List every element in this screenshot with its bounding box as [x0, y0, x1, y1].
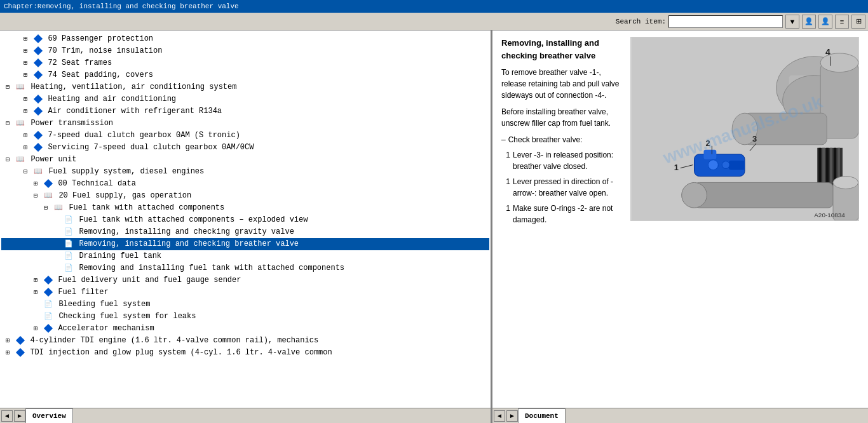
tree-item-exploded[interactable]: 📄 Fuel tank with attached components – e…	[1, 214, 489, 226]
expander-gearbox1[interactable]: ⊞	[22, 130, 29, 142]
tree-item-heating[interactable]: ⊞ Heating and air conditioning	[1, 93, 489, 105]
tree-item-checking[interactable]: 📄 Checking fuel system for leaks	[1, 311, 489, 323]
tree-item-fueltank-group[interactable]: ⊟ 📖 Fuel tank with attached components	[1, 202, 489, 214]
diamond-icon-aircon	[34, 107, 43, 116]
expander-tdi[interactable]: ⊞	[4, 347, 11, 359]
expander-filter[interactable]: ⊞	[32, 287, 39, 299]
diamond-icon-70	[34, 46, 43, 55]
tree-item-4cyl[interactable]: ⊞ 4-cylinder TDI engine (1.6 ltr. 4-valv…	[1, 335, 489, 347]
diamond-icon-accelerator	[44, 324, 53, 333]
tree-label-powerunit: Power unit	[31, 155, 76, 164]
tree-item-fuelsupply[interactable]: ⊟ 📖 Fuel supply system, diesel engines	[1, 166, 489, 178]
tree-item-gearbox2[interactable]: ⊞ Servicing 7-speed dual clutch gearbox …	[1, 142, 489, 154]
expander-accelerator[interactable]: ⊞	[32, 323, 39, 335]
expander-72[interactable]: ⊞	[22, 58, 29, 69]
diamond-icon-filter	[44, 288, 53, 297]
tree-label-4cyl: 4-cylinder TDI engine (1.6 ltr. 4-valve …	[30, 336, 318, 345]
tree-item-delivery[interactable]: ⊞ Fuel delivery unit and fuel gauge send…	[1, 274, 489, 286]
tree-item-bleeding[interactable]: 📄 Bleeding fuel system	[1, 299, 489, 311]
expander-69[interactable]: ⊞	[22, 34, 29, 45]
expander-fueltank-group[interactable]: ⊟	[42, 203, 50, 214]
expander-heating[interactable]: ⊞	[22, 94, 29, 105]
tree-item-74[interactable]: ⊞ 74 Seat padding, covers	[1, 69, 489, 81]
nav-right-btn[interactable]: ►	[14, 410, 25, 422]
tree-container[interactable]: ⊞ 69 Passenger protection ⊞ 70 Trim, noi…	[0, 30, 491, 408]
doc-icon-remove-tank: 📄	[64, 262, 73, 274]
search-input[interactable]	[668, 15, 783, 28]
expander-74[interactable]: ⊞	[22, 70, 29, 81]
tree-label-fuelsupply: Fuel supply system, diesel engines	[48, 167, 204, 176]
toolbar-user-btn1[interactable]: 👤	[802, 15, 816, 29]
toolbar-dropdown-btn[interactable]: ▼	[785, 15, 799, 29]
step-num-2: 1	[501, 176, 510, 199]
tree-item-powerunit[interactable]: ⊟ 📖 Power unit	[1, 154, 489, 166]
tree-item-filter[interactable]: ⊞ Fuel filter	[1, 286, 489, 299]
toolbar-menu-btn2[interactable]: ⊞	[851, 15, 865, 29]
expander-70[interactable]: ⊞	[22, 46, 29, 57]
expander-gravity	[52, 227, 60, 238]
doc-icon-gravity: 📄	[64, 226, 73, 238]
tree-label-72: 72 Seat frames	[48, 58, 112, 67]
doc-para-remove: To remove breather valve -1-, release re…	[501, 67, 624, 101]
expander-aircon[interactable]: ⊞	[22, 106, 29, 117]
overview-tab-label: Overview	[32, 412, 66, 420]
tree-label-heating: Heating and air conditioning	[48, 95, 176, 104]
tree-item-69[interactable]: ⊞ 69 Passenger protection	[1, 33, 489, 45]
expander-techdata[interactable]: ⊞	[32, 178, 39, 190]
main-container: ⊞ 69 Passenger protection ⊞ 70 Trim, noi…	[0, 30, 868, 408]
step-num-1: 1	[501, 149, 510, 172]
doc-image-container: 4	[630, 37, 859, 221]
nav-doc-right-btn[interactable]: ►	[506, 410, 518, 422]
tree-item-accelerator[interactable]: ⊞ Accelerator mechanism	[1, 323, 489, 335]
document-tab[interactable]: Document	[518, 408, 566, 423]
svg-rect-19	[729, 161, 745, 170]
svg-text:A20-10834: A20-10834	[814, 211, 845, 218]
doc-title: Removing, installing andchecking breathe…	[501, 37, 624, 62]
tree-item-powertrans[interactable]: ⊟ 📖 Power transmission	[1, 117, 489, 130]
doc-icon-checking: 📄	[44, 311, 53, 322]
tree-item-draining[interactable]: 📄 Draining fuel tank	[1, 250, 489, 262]
tree-item-remove-tank[interactable]: 📄 Removing and installing fuel tank with…	[1, 262, 489, 274]
step-num-3: 1	[501, 203, 510, 225]
expander-fuelsupply[interactable]: ⊟	[22, 166, 29, 178]
tree-item-70[interactable]: ⊞ 70 Trim, noise insulation	[1, 45, 489, 57]
expander-hvac[interactable]: ⊟	[4, 82, 11, 93]
diamond-icon-gearbox2	[34, 143, 43, 152]
diamond-icon-69	[34, 34, 43, 43]
expander-draining	[52, 251, 60, 262]
book-icon-fuelsupply: 📖	[34, 166, 43, 177]
expander-fuel20[interactable]: ⊟	[32, 191, 39, 202]
expander-delivery[interactable]: ⊞	[32, 275, 39, 286]
expander-gearbox2[interactable]: ⊞	[22, 142, 29, 154]
step-text-1: Lever -3- in released position: breather…	[513, 149, 624, 172]
toolbar-user-btn2[interactable]: 👤	[818, 15, 832, 29]
diamond-icon-74	[34, 70, 43, 79]
diamond-icon-72	[34, 58, 43, 67]
nav-left-btn[interactable]: ◄	[1, 410, 13, 422]
right-panel: Removing, installing andchecking breathe…	[492, 30, 868, 408]
toolbar-menu-btn1[interactable]: ≡	[835, 15, 849, 29]
tree-item-gravity[interactable]: 📄 Removing, installing and checking grav…	[1, 226, 489, 238]
nav-doc-left-btn[interactable]: ◄	[494, 410, 505, 422]
expander-powerunit[interactable]: ⊟	[4, 154, 11, 166]
tree-label-delivery: Fuel delivery unit and fuel gauge sender	[58, 276, 241, 285]
expander-exploded	[52, 215, 60, 226]
tree-label-gearbox1: 7-speed dual clutch gearbox 0AM (S troni…	[48, 131, 240, 140]
doc-icon-draining: 📄	[64, 250, 73, 262]
tree-item-techdata[interactable]: ⊞ 00 Technical data	[1, 178, 489, 190]
tree-item-aircon[interactable]: ⊞ Air conditioner with refrigerant R134a	[1, 105, 489, 117]
expander-4cyl[interactable]: ⊞	[4, 335, 11, 347]
title-text: Chapter:Removing, installing and checkin…	[4, 3, 239, 10]
tree-item-breather[interactable]: 📄 Removing, installing and checking brea…	[1, 238, 489, 250]
tree-item-hvac[interactable]: ⊟ 📖 Heating, ventilation, air conditioni…	[1, 81, 489, 93]
tree-label-bleeding: Bleeding fuel system	[58, 300, 150, 309]
tree-label-70: 70 Trim, noise insulation	[48, 46, 162, 55]
expander-powertrans[interactable]: ⊟	[4, 118, 11, 130]
tree-label-fueltank-group: Fuel tank with attached components	[69, 203, 224, 212]
tree-item-fuel20[interactable]: ⊟ 📖 20 Fuel supply, gas operation	[1, 190, 489, 202]
tree-item-gearbox1[interactable]: ⊞ 7-speed dual clutch gearbox 0AM (S tro…	[1, 130, 489, 142]
book-icon-powerunit: 📖	[16, 154, 25, 165]
overview-tab[interactable]: Overview	[25, 408, 73, 423]
tree-item-tdi[interactable]: ⊞ TDI injection and glow plug system (4-…	[1, 347, 489, 359]
tree-item-72[interactable]: ⊞ 72 Seat frames	[1, 57, 489, 69]
